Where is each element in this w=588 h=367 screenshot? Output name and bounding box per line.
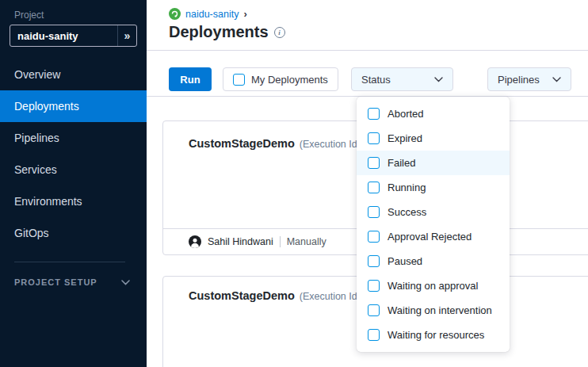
checkbox-icon[interactable] [368,329,380,341]
status-option-paused[interactable]: Paused [357,249,510,273]
status-dropdown-menu: Aborted Expired Failed Running Success A… [357,97,510,352]
sidebar-item-pipelines[interactable]: Pipelines [0,122,147,154]
sidebar-item-label: GitOps [14,227,49,239]
pipeline-name: CustomStageDemo [189,137,295,150]
status-option-aborted[interactable]: Aborted [357,101,510,126]
status-filter-label: Status [361,74,391,86]
status-option-running[interactable]: Running [357,175,510,200]
sidebar-item-label: Deployments [14,100,79,113]
status-option-failed[interactable]: Failed [357,151,510,175]
sidebar-item-label: Environments [14,195,82,208]
checkbox-icon[interactable] [368,206,380,218]
status-option-approval-rejected[interactable]: Approval Rejected [357,224,510,249]
status-option-label: Approval Rejected [388,231,472,243]
footer-divider [280,236,281,247]
status-option-success[interactable]: Success [357,200,510,224]
status-option-label: Success [388,206,426,218]
status-filter-dropdown[interactable]: Status [351,67,453,91]
project-setup-label: PROJECT SETUP [14,277,97,287]
checkbox-icon[interactable] [368,157,380,169]
chevron-down-icon [552,77,561,82]
breadcrumb-project-link[interactable]: naidu-sanity [185,9,239,20]
checkbox-icon[interactable] [368,132,380,144]
sidebar: Project naidu-sanity Overview Deployment… [0,0,147,367]
project-selector[interactable]: naidu-sanity [10,25,137,47]
checkbox-icon[interactable] [368,108,380,120]
checkbox-icon[interactable] [368,304,380,316]
header-divider [147,50,588,51]
status-option-waiting-on-approval[interactable]: Waiting on approval [357,273,510,298]
my-deployments-toggle[interactable]: My Deployments [223,67,338,91]
chevron-down-icon [121,280,130,285]
run-button[interactable]: Run [169,67,212,91]
avatar [189,235,201,248]
chevron-down-icon [434,77,443,82]
my-deployments-checkbox[interactable] [233,74,245,86]
project-label: Project [14,10,44,21]
sidebar-item-services[interactable]: Services [0,154,147,185]
sidebar-divider [14,262,125,262]
deployments-module-icon [169,8,181,20]
pipelines-filter-dropdown[interactable]: Pipelines [487,67,571,91]
trigger-type: Manually [287,236,326,247]
checkbox-icon[interactable] [368,231,380,243]
status-option-label: Failed [388,157,415,169]
checkbox-icon[interactable] [368,280,380,292]
sidebar-item-label: Services [14,163,57,176]
project-name: naidu-sanity [10,30,117,42]
sidebar-item-deployments[interactable]: Deployments [0,90,147,122]
sidebar-item-gitops[interactable]: GitOps [0,217,147,249]
sidebar-item-overview[interactable]: Overview [0,59,147,90]
status-option-label: Running [388,182,426,193]
status-option-label: Expired [388,132,422,144]
checkbox-icon[interactable] [368,255,380,267]
my-deployments-label: My Deployments [251,74,328,86]
breadcrumb: naidu-sanity [169,8,247,20]
author-name: Sahil Hindwani [208,236,273,247]
status-option-waiting-for-resources[interactable]: Waiting for resources [357,323,510,347]
pipelines-filter-label: Pipelines [498,74,540,86]
status-option-label: Waiting for resources [388,329,484,341]
chevron-right-icon [243,9,246,19]
expand-project-icon[interactable] [117,25,136,46]
execution-card-title-row: CustomStageDemo (Execution Id [189,289,357,302]
info-icon[interactable] [274,27,285,38]
checkbox-icon[interactable] [368,182,380,193]
status-option-waiting-on-intervention[interactable]: Waiting on intervention [357,298,510,323]
execution-id-text: (Execution Id [300,139,357,150]
deployments-page: Project naidu-sanity Overview Deployment… [0,0,588,367]
sidebar-item-environments[interactable]: Environments [0,185,147,217]
title-row: Deployments [169,23,285,41]
sidebar-item-label: Overview [14,68,60,81]
status-option-label: Waiting on approval [388,280,478,292]
execution-id-text: (Execution Id [300,291,357,302]
pipeline-name: CustomStageDemo [189,289,295,302]
status-option-label: Aborted [388,108,424,120]
sidebar-item-label: Pipelines [14,132,59,144]
status-option-label: Waiting on intervention [388,304,492,316]
execution-card-title-row: CustomStageDemo (Execution Id [189,137,357,150]
status-option-label: Paused [388,255,422,267]
page-title: Deployments [169,23,269,41]
sidebar-item-project-setup[interactable]: PROJECT SETUP [14,277,130,287]
status-option-expired[interactable]: Expired [357,126,510,151]
